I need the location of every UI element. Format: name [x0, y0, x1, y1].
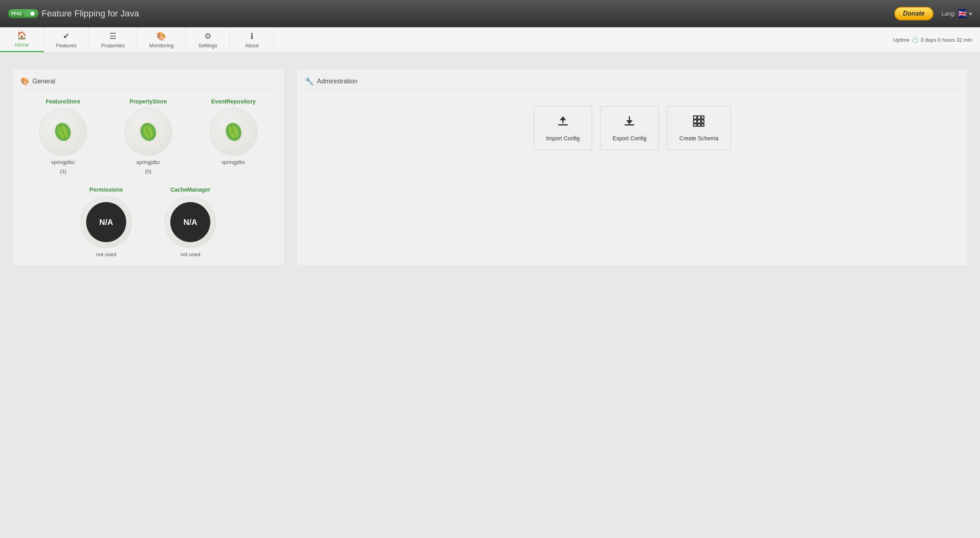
header-right: Donate Lang: ▾: [894, 7, 972, 20]
upload-icon: [557, 115, 569, 130]
properties-icon: ☰: [109, 31, 117, 41]
property-store-circle: [124, 108, 172, 156]
nav-label-about: About: [245, 42, 259, 49]
donate-button[interactable]: Donate: [894, 7, 934, 20]
logo-toggle[interactable]: [24, 11, 35, 16]
clock-icon: 🕐: [912, 37, 918, 43]
admin-buttons: Import Config Export Config: [305, 98, 960, 158]
nav-bar: 🏠 Home ✔ Features ☰ Properties 🎨 Monitor…: [0, 27, 980, 53]
svg-rect-27: [694, 120, 697, 123]
home-icon: 🏠: [17, 30, 27, 40]
about-icon: ℹ: [250, 31, 254, 41]
nav-label-features: Features: [56, 42, 77, 49]
settings-icon: ⚙: [204, 31, 212, 41]
import-config-label: Import Config: [546, 135, 580, 142]
event-repo-item: EventRepository springjdbc: [210, 98, 258, 174]
nav-label-settings: Settings: [198, 42, 217, 49]
svg-rect-31: [698, 124, 701, 126]
lang-selector[interactable]: Lang: ▾: [942, 9, 972, 18]
permissions-item: Permissions N/A not used: [80, 186, 132, 257]
permissions-na-text: N/A: [99, 218, 113, 227]
grid-icon: [692, 115, 705, 130]
cache-manager-item: CacheManager N/A not used: [164, 186, 216, 257]
permissions-outer-circle: N/A: [80, 196, 132, 248]
svg-rect-25: [698, 116, 701, 119]
event-repo-name: springjdbc: [222, 159, 245, 165]
export-config-label: Export Config: [613, 135, 647, 142]
lang-label: Lang:: [942, 10, 956, 17]
uptime-value: 0 days 0 hours 32 min: [921, 37, 972, 43]
permissions-label: Permissions: [89, 186, 123, 193]
feature-store-name: springjdbc: [51, 159, 75, 165]
feature-store-count: (3): [60, 168, 66, 174]
feature-store-item: FeatureStore springjdbc (3): [39, 98, 87, 174]
event-repo-label[interactable]: EventRepository: [211, 98, 256, 105]
svg-rect-30: [694, 124, 697, 126]
export-config-button[interactable]: Export Config: [600, 106, 659, 150]
permissions-status: not used: [96, 251, 116, 257]
nav-label-properties: Properties: [101, 42, 125, 49]
event-repo-circle: [210, 108, 258, 156]
nav-item-home[interactable]: 🏠 Home: [0, 27, 44, 52]
cache-manager-outer-circle: N/A: [164, 196, 216, 248]
admin-title-icon: 🔧: [305, 77, 314, 86]
feature-store-circle: [39, 108, 87, 156]
nav-item-about[interactable]: ℹ About: [230, 27, 274, 52]
svg-rect-21: [625, 124, 634, 125]
import-config-button[interactable]: Import Config: [534, 106, 592, 150]
cache-manager-status: not used: [180, 251, 200, 257]
create-schema-label: Create Schema: [680, 135, 718, 142]
create-schema-button[interactable]: Create Schema: [667, 106, 731, 150]
admin-card: 🔧 Administration Import Config: [296, 69, 968, 266]
svg-rect-32: [702, 124, 704, 126]
admin-card-title: 🔧 Administration: [305, 77, 960, 90]
nav-item-settings[interactable]: ⚙ Settings: [186, 27, 230, 52]
general-title-icon: 🎨: [20, 77, 29, 86]
general-title-text: General: [32, 78, 55, 85]
flag-icon: [958, 9, 967, 18]
spring-leaf-feature: [51, 120, 75, 144]
nav-label-home: Home: [15, 42, 29, 48]
svg-rect-28: [698, 120, 701, 123]
property-store-label[interactable]: PropertyStore: [129, 98, 167, 105]
logo-text: FF4J: [11, 11, 22, 16]
general-card-title: 🎨 General: [20, 77, 276, 90]
app-title: Feature Flipping for Java: [42, 8, 139, 19]
nav-label-monitoring: Monitoring: [149, 42, 174, 49]
lang-dropdown-icon[interactable]: ▾: [969, 10, 972, 17]
top-header: FF4J Feature Flipping for Java Donate La…: [0, 0, 980, 27]
property-store-name: springjdbc: [136, 159, 160, 165]
main-content: 🎨 General FeatureStore spring: [0, 53, 980, 282]
uptime-info: Uptime 🕐 0 days 0 hours 32 min: [893, 27, 980, 52]
admin-title-text: Administration: [317, 78, 357, 85]
monitoring-icon: 🎨: [156, 31, 166, 41]
cache-manager-na-text: N/A: [183, 218, 197, 227]
property-store-count: (0): [145, 168, 151, 174]
nav-item-monitoring[interactable]: 🎨 Monitoring: [137, 27, 186, 52]
permissions-row: Permissions N/A not used CacheManager N/…: [20, 186, 276, 257]
permissions-na-circle: N/A: [86, 202, 126, 242]
features-icon: ✔: [63, 31, 70, 41]
download-icon: [623, 115, 636, 130]
property-store-item: PropertyStore springjdbc (0): [124, 98, 172, 174]
cache-manager-na-circle: N/A: [170, 202, 210, 242]
svg-marker-20: [560, 116, 566, 120]
spring-leaf-event: [222, 120, 246, 144]
svg-rect-29: [702, 120, 704, 123]
nav-item-properties[interactable]: ☰ Properties: [89, 27, 137, 52]
uptime-label: Uptime: [893, 37, 909, 43]
svg-rect-18: [558, 124, 568, 125]
spring-leaf-property: [136, 120, 160, 144]
nav-item-features[interactable]: ✔ Features: [44, 27, 89, 52]
logo-badge: FF4J: [8, 9, 38, 18]
svg-marker-23: [626, 120, 633, 124]
stores-row: FeatureStore springjdbc (3) Property: [20, 98, 276, 174]
svg-rect-24: [694, 116, 697, 119]
svg-rect-26: [702, 116, 704, 119]
general-card: 🎨 General FeatureStore spring: [12, 69, 284, 266]
feature-store-label[interactable]: FeatureStore: [46, 98, 80, 105]
cache-manager-label: CacheManager: [170, 186, 210, 193]
